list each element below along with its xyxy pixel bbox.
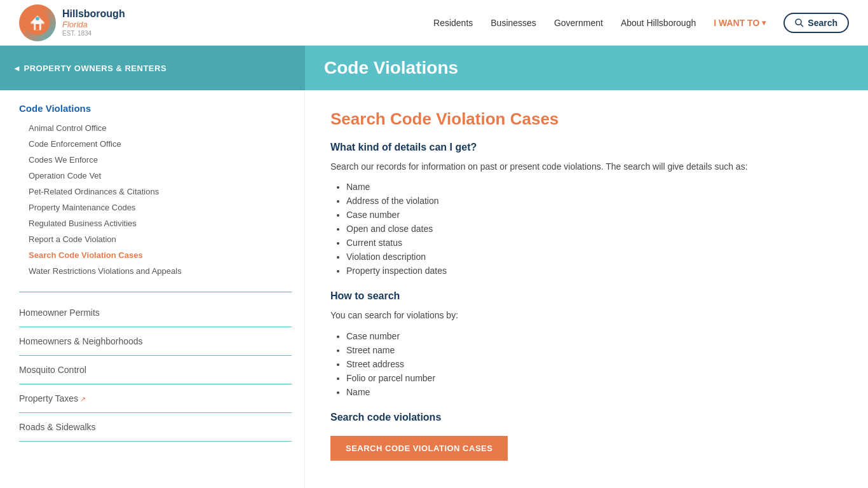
sidebar-link-report-violation[interactable]: Report a Code Violation [19, 231, 292, 247]
page-title: Code Violations [324, 58, 458, 78]
sidebar-homeowner-permits[interactable]: Homeowner Permits [19, 299, 292, 327]
svg-line-7 [801, 24, 803, 27]
list-item: Street name [346, 343, 843, 357]
sidebar-link-regulated-business[interactable]: Regulated Business Activities [19, 215, 292, 231]
sidebar-property-taxes[interactable]: Property Taxes [19, 384, 292, 413]
logo-area: Hillsborough Florida EST. 1834 [19, 4, 125, 41]
nav-i-want-to[interactable]: I WANT TO [714, 18, 766, 28]
list-item: Case number [346, 208, 843, 222]
logo-text: Hillsborough Florida EST. 1834 [62, 8, 125, 37]
county-name: Hillsborough [62, 8, 125, 20]
sidebar-link-search-cases[interactable]: Search Code Violation Cases [19, 247, 292, 263]
est-text: EST. 1834 [62, 30, 125, 37]
content-heading: Search Code Violation Cases [330, 109, 843, 129]
list-item: Current status [346, 236, 843, 250]
section1-list: Name Address of the violation Case numbe… [330, 180, 843, 278]
main-layout: Code Violations Animal Control Office Co… [0, 90, 868, 488]
logo-icon [19, 4, 56, 41]
list-item: Name [346, 385, 843, 399]
sidebar-section-title: Code Violations [19, 103, 292, 114]
nav-businesses[interactable]: Businesses [491, 18, 536, 28]
list-item: Address of the violation [346, 194, 843, 208]
section2-title: How to search [330, 290, 843, 302]
section3-title: Search code violations [330, 412, 843, 423]
list-item: Case number [346, 329, 843, 343]
sidebar-link-codes-we-enforce[interactable]: Codes We Enforce [19, 152, 292, 168]
main-content: Search Code Violation Cases What kind of… [305, 90, 868, 488]
site-header: Hillsborough Florida EST. 1834 Residents… [0, 0, 868, 46]
list-item: Street address [346, 357, 843, 371]
sidebar-mosquito-control[interactable]: Mosquito Control [19, 356, 292, 384]
search-violations-button[interactable]: SEARCH CODE VIOLATION CASES [330, 436, 508, 461]
svg-point-6 [796, 19, 801, 25]
list-item: Folio or parcel number [346, 371, 843, 385]
svg-rect-4 [31, 23, 44, 24]
svg-point-5 [36, 17, 39, 20]
sub-header: ◄ PROPERTY OWNERS & RENTERS Code Violati… [0, 46, 868, 90]
sub-header-right: Code Violations [305, 46, 868, 90]
sidebar-divider-1 [19, 292, 292, 292]
list-item: Property inspection dates [346, 264, 843, 278]
section2-intro: You can search for violations by: [330, 308, 843, 322]
list-item: Name [346, 180, 843, 194]
main-nav: Residents Businesses Government About Hi… [433, 13, 849, 33]
list-item: Violation description [346, 250, 843, 264]
sidebar-link-code-enforcement[interactable]: Code Enforcement Office [19, 136, 292, 152]
sidebar-link-animal-control[interactable]: Animal Control Office [19, 120, 292, 136]
state-name: Florida [62, 20, 125, 30]
search-button[interactable]: Search [783, 13, 849, 33]
sidebar-roads-sidewalks[interactable]: Roads & Sidewalks [19, 413, 292, 442]
sidebar-homeowners-neighborhoods[interactable]: Homeowners & Neighborhoods [19, 327, 292, 356]
sidebar-link-property-maintenance[interactable]: Property Maintenance Codes [19, 200, 292, 215]
sidebar-link-water-restrictions[interactable]: Water Restrictions Violations and Appeal… [19, 263, 292, 279]
nav-residents[interactable]: Residents [433, 18, 473, 28]
back-link[interactable]: ◄ PROPERTY OWNERS & RENTERS [13, 64, 166, 73]
section2-list: Case number Street name Street address F… [330, 329, 843, 399]
nav-government[interactable]: Government [554, 18, 603, 28]
list-item: Open and close dates [346, 222, 843, 236]
section1-intro: Search our records for information on pa… [330, 159, 843, 173]
sidebar-link-pet-ordinances[interactable]: Pet-Related Ordinances & Citations [19, 184, 292, 200]
sidebar-links: Animal Control Office Code Enforcement O… [19, 120, 292, 279]
sub-header-left: ◄ PROPERTY OWNERS & RENTERS [0, 46, 305, 90]
section1-title: What kind of details can I get? [330, 142, 843, 153]
sidebar-link-operation-code-vet[interactable]: Operation Code Vet [19, 168, 292, 184]
nav-about[interactable]: About Hillsborough [621, 18, 696, 28]
search-icon [795, 18, 804, 27]
sidebar: Code Violations Animal Control Office Co… [0, 90, 305, 488]
svg-rect-3 [36, 24, 39, 30]
